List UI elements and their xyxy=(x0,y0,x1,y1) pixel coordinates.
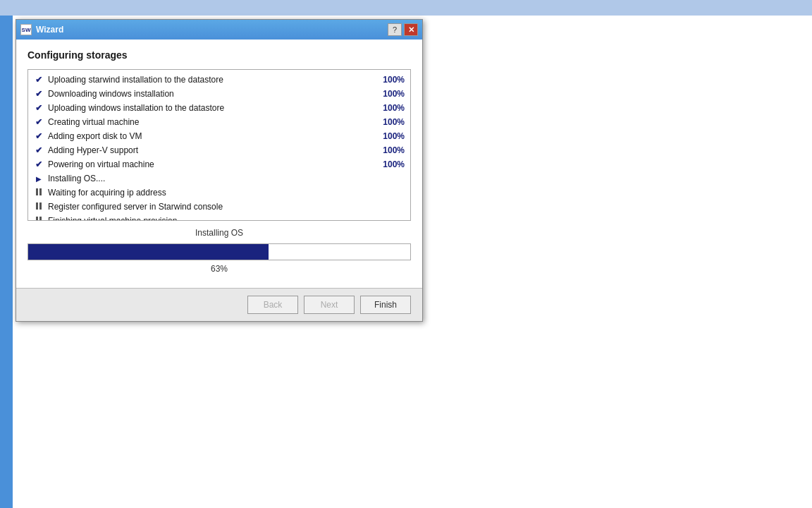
task-item: ✔Uploading windows installation to the d… xyxy=(30,101,409,115)
task-item: ✔Uploading starwind installation to the … xyxy=(30,73,409,87)
pause-icon xyxy=(34,202,44,212)
task-left: ✔Uploading starwind installation to the … xyxy=(34,75,223,85)
task-left: ▶Installing OS.... xyxy=(34,174,105,183)
task-label: Adding Hyper-V support xyxy=(48,145,138,155)
task-label: Installing OS.... xyxy=(48,174,105,183)
task-item: ✔Powering on virtual machine100% xyxy=(30,157,409,171)
task-item: ✔Downloading windows installation100% xyxy=(30,87,409,101)
task-label: Uploading starwind installation to the d… xyxy=(48,75,223,85)
task-label: Downloading windows installation xyxy=(48,89,174,99)
wizard-icon: SW xyxy=(20,24,32,35)
task-percent: 100% xyxy=(376,159,405,169)
task-label: Adding export disk to VM xyxy=(48,131,142,141)
title-bar-buttons: ? ✕ xyxy=(388,23,418,36)
help-button[interactable]: ? xyxy=(388,23,402,36)
task-item: Waiting for acquiring ip address xyxy=(30,186,409,200)
check-icon: ✔ xyxy=(34,89,44,99)
section-title: Configuring storages xyxy=(27,49,411,61)
task-item: ▶Installing OS.... xyxy=(30,171,409,186)
task-label: Creating virtual machine xyxy=(48,117,139,127)
task-left: Waiting for acquiring ip address xyxy=(34,188,166,198)
progress-section: Installing OS 63% xyxy=(27,221,411,278)
task-left: ✔Adding Hyper-V support xyxy=(34,145,138,155)
check-icon: ✔ xyxy=(34,103,44,113)
tasks-container[interactable]: ✔Uploading starwind installation to the … xyxy=(27,69,411,221)
dialog-body: Configuring storages ✔Uploading starwind… xyxy=(16,40,422,288)
task-label: Register configured server in Starwind c… xyxy=(48,202,223,212)
task-left: ✔Creating virtual machine xyxy=(34,117,139,127)
next-button[interactable]: Next xyxy=(304,296,355,314)
back-button[interactable]: Back xyxy=(247,296,298,314)
task-left: ✔Powering on virtual machine xyxy=(34,159,154,169)
check-icon: ✔ xyxy=(34,117,44,127)
progress-label: Installing OS xyxy=(27,228,411,238)
task-label: Uploading windows installation to the da… xyxy=(48,103,224,113)
task-left: ✔Uploading windows installation to the d… xyxy=(34,103,224,113)
title-bar-left: SW Wizard xyxy=(20,24,63,35)
finish-button[interactable]: Finish xyxy=(360,296,411,314)
dialog-footer: Back Next Finish xyxy=(16,288,422,321)
play-icon: ▶ xyxy=(34,175,44,183)
title-bar: SW Wizard ? ✕ xyxy=(16,20,422,40)
check-icon: ✔ xyxy=(34,131,44,141)
close-button[interactable]: ✕ xyxy=(404,23,418,36)
task-item: Finishing virtual machine provision xyxy=(30,214,409,221)
progress-percent: 63% xyxy=(27,264,411,274)
task-left: ✔Adding export disk to VM xyxy=(34,131,142,141)
task-percent: 100% xyxy=(376,89,405,99)
task-item: ✔Adding export disk to VM100% xyxy=(30,129,409,143)
task-percent: 100% xyxy=(376,117,405,127)
task-left: ✔Downloading windows installation xyxy=(34,89,174,99)
task-percent: 100% xyxy=(376,75,405,85)
desktop: SW Wizard ? ✕ Configuring storages ✔Uplo… xyxy=(0,16,812,508)
pause-icon xyxy=(34,188,44,198)
task-item: Register configured server in Starwind c… xyxy=(30,200,409,214)
left-strip xyxy=(0,16,13,508)
pause-icon xyxy=(34,216,44,221)
check-icon: ✔ xyxy=(34,159,44,169)
task-label: Powering on virtual machine xyxy=(48,159,154,169)
dialog-title: Wizard xyxy=(36,25,63,35)
task-label: Waiting for acquiring ip address xyxy=(48,188,166,198)
task-percent: 100% xyxy=(376,131,405,141)
check-icon: ✔ xyxy=(34,145,44,155)
task-percent: 100% xyxy=(376,145,405,155)
progress-bar-fill xyxy=(28,244,269,260)
task-percent: 100% xyxy=(376,103,405,113)
task-item: ✔Adding Hyper-V support100% xyxy=(30,143,409,157)
progress-bar-container xyxy=(27,243,411,260)
task-label: Finishing virtual machine provision xyxy=(48,216,177,221)
task-left: Finishing virtual machine provision xyxy=(34,216,177,221)
taskbar xyxy=(0,0,812,16)
check-icon: ✔ xyxy=(34,75,44,85)
task-left: Register configured server in Starwind c… xyxy=(34,202,223,212)
wizard-dialog: SW Wizard ? ✕ Configuring storages ✔Uplo… xyxy=(16,19,423,322)
task-item: ✔Creating virtual machine100% xyxy=(30,115,409,129)
